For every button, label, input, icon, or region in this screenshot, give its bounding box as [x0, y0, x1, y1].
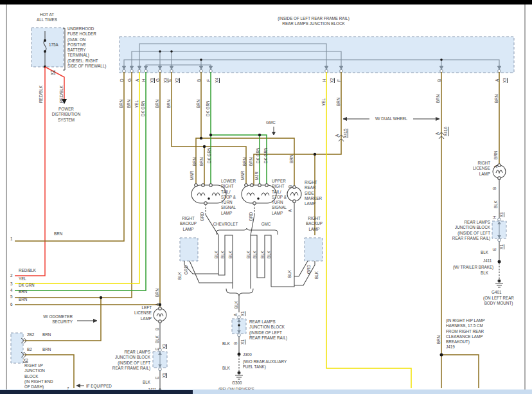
label-lblock-conn-x3: X3 — [162, 344, 167, 349]
label-conn-x1: X1 — [150, 78, 155, 83]
label-right-backup-lamp-right: RIGHT BACKUP LAMP — [306, 216, 323, 232]
label-rchain-blk-2: BLK — [481, 271, 488, 276]
label-blk-v6: BLK — [260, 251, 265, 258]
label-gmc-callout: GMC — [266, 120, 276, 125]
label-tick-3-color: YEL — [19, 276, 26, 282]
label-llic-pin-b: B — [155, 328, 160, 330]
label-pin-h: H — [141, 78, 146, 82]
label-pin-a2: A — [495, 79, 500, 82]
label-fuse-rating: 175A — [49, 42, 58, 48]
label-lamp2-color-brn1: BRN — [242, 157, 247, 166]
label-conn-x3b: X3 — [502, 78, 508, 83]
label-color-2b2: BRN — [42, 332, 51, 337]
label-g401-note: (ON LEFT REAR BODY MOUNT) — [483, 296, 514, 307]
label-llic-pin-a: A — [155, 303, 160, 306]
label-conn-x4: X4 — [215, 78, 220, 83]
label-tick-1: 1 — [10, 237, 13, 242]
label-blk-v3: BLK — [228, 251, 233, 258]
label-tick-3: 3 — [10, 282, 13, 287]
label-tick-6: 6 — [10, 302, 13, 307]
label-right-block-note: REAR LAMPS JUNCTION BLOCK (INSIDE OF LEF… — [452, 220, 490, 241]
label-marker-pin-a: A — [288, 210, 293, 212]
label-color-yel-2: YEL — [321, 98, 326, 106]
label-rlic-pin-b: B — [492, 187, 497, 190]
label-junction-block-title: (INSIDE OF LEFT REAR FRAME RAIL) REAR LA… — [278, 16, 350, 27]
label-left-license-lamp: LEFT LICENSE LAMP — [134, 305, 152, 321]
label-lblock-pin-e2: E — [155, 377, 160, 379]
label-lamp2-pin-mjr: MJR — [254, 172, 260, 180]
label-lblock-conn-x1: X1 — [162, 373, 167, 378]
label-lamp2-color-grn1: DK GRN — [256, 148, 261, 164]
label-pin-g2: G — [155, 78, 161, 82]
label-rblock-pin-h: H — [492, 215, 497, 219]
label-cchain-blk-1: BLK — [222, 341, 230, 346]
label-cchain-blk-2: BLK — [222, 366, 230, 371]
label-lamp2-grd: GRD — [249, 212, 254, 221]
label-color-b2: BRN — [42, 347, 51, 352]
label-conn-x416: X416 — [443, 127, 448, 136]
label-lamp2-color-brn2: BRN — [249, 157, 254, 166]
label-x415-pin-a: A — [335, 134, 340, 137]
label-blk-v7: BLK — [267, 251, 272, 258]
label-color-brn-2: BRN — [127, 100, 132, 108]
label-color-dkgrn-2: DK GRN — [206, 101, 211, 117]
label-j419-note: (IN RIGHT HIP LAMP HARNESS, 17.5 CM FROM… — [446, 318, 485, 350]
label-pin-2b2: 2B2 — [27, 332, 34, 337]
label-cblock-conn-x1a: X1 — [240, 311, 245, 316]
label-fuse-holder-note: UNDERHOOD FUSE HOLDER (GAS: ON POSITIVE … — [67, 26, 106, 69]
label-pin-d: D — [120, 78, 125, 82]
label-right-license-lamp: RIGHT LICENSE LAMP — [473, 161, 490, 177]
label-layer: HOT AT ALL TIMES175AUNDERHOOD FUSE HOLDE… — [0, 0, 532, 394]
label-hot-at-all-times: HOT AT ALL TIMES — [37, 12, 57, 23]
label-pin-g: G — [127, 78, 132, 82]
label-if-equipped-note: IF EQUIPPED — [86, 384, 112, 389]
label-rblock-conn-x1: X1 — [499, 244, 504, 249]
label-tick-1-color: BRN — [54, 231, 62, 237]
label-rblock-conn-x3: X3 — [499, 212, 504, 217]
label-backupL-grd: GRD — [184, 265, 189, 274]
label-power-distribution-system: POWER DISTRIBUTION SYSTEM — [52, 107, 80, 123]
label-color-brn-3: BRN — [155, 100, 160, 108]
label-backupR-grd: GRD — [306, 265, 312, 274]
label-lamp1-color-grn: DK GRN — [207, 148, 212, 164]
label-rblock-pin-e: E — [492, 248, 497, 251]
label-color-brn-4: BRN — [166, 100, 172, 108]
label-color-dkgrn-1: DK GRN — [141, 101, 146, 117]
label-tick-2-color: RED/BLK — [19, 268, 36, 273]
label-dual-wheel-note: W/ DUAL WHEEL — [375, 116, 407, 121]
window-bottom-strip-dark — [0, 390, 193, 394]
label-color-yel-1: YEL — [134, 100, 139, 108]
label-color-brn-6: BRN — [336, 98, 341, 106]
label-right-backup-lamp-left: RIGHT BACKUP LAMP — [180, 216, 197, 232]
label-x416-pin-a: A — [435, 132, 440, 135]
label-ground-g300: G300 — [232, 381, 242, 386]
label-upper-right-tail-lamp: UPPER RIGHT TAIL/ STOP & TURN SIGNAL LAM… — [272, 179, 287, 216]
label-tick-2: 2 — [10, 273, 13, 278]
label-pin-h2: H — [322, 78, 327, 82]
label-color-brn-1: BRN — [119, 100, 124, 108]
label-wire-redblk-right: RED/BLK — [59, 85, 64, 103]
label-j419-color-brn: BRN — [436, 336, 441, 344]
label-lamp1-grd: GRD — [200, 212, 205, 221]
label-tick-4: 4 — [10, 288, 13, 293]
label-lchain-blk: BLK — [143, 380, 150, 385]
label-llic-color-blk: BLK — [155, 336, 160, 343]
wiring-diagram-page: HOT AT ALL TIMES175AUNDERHOOD FUSE HOLDE… — [0, 0, 532, 394]
label-rlic-pin-a: A — [493, 165, 499, 168]
label-lamp1-pin-mnr: MNR — [190, 171, 195, 180]
label-conn-x2: X2 — [175, 78, 180, 83]
label-splice-j411-right: J411 — [483, 258, 492, 264]
label-rlic-color-brn: BRN — [493, 151, 499, 159]
label-color-brn-7: BRN — [436, 94, 441, 103]
label-conn-x2b: X2 — [330, 78, 335, 83]
label-lblock-pin-e1: E — [155, 348, 160, 350]
label-conn-x415: X415 — [343, 129, 348, 138]
label-blk-v1: BLK — [214, 251, 219, 258]
label-pin-f2: F — [337, 79, 342, 82]
label-color-brn-8: BRN — [494, 94, 499, 103]
label-cblock-conn-x1b: X1 — [240, 339, 245, 345]
label-marker-color-brn: BRN — [289, 155, 294, 163]
label-backupL-blk: BLK — [177, 272, 182, 280]
label-center-block-note: REAR LAMPS JUNCTION BLOCK (INSIDE OF LEF… — [249, 319, 287, 341]
label-color-brn-5: BRN — [196, 100, 201, 108]
